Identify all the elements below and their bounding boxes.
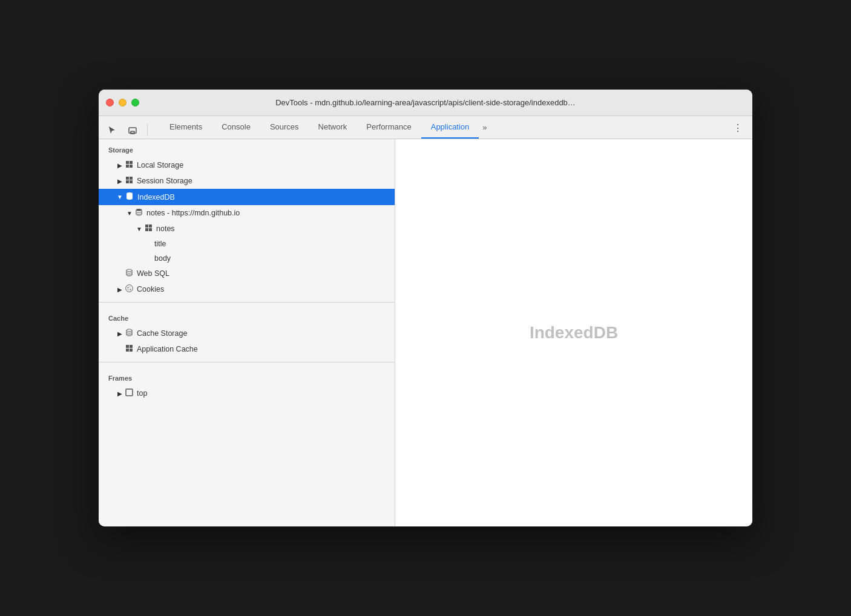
sidebar-item-frames-top[interactable]: top — [99, 385, 395, 401]
chevron-local-storage — [116, 161, 124, 169]
db-icon-notes-db — [135, 208, 143, 218]
svg-rect-28 — [126, 389, 133, 396]
frames-section-header: Frames — [99, 367, 395, 385]
minimize-button[interactable] — [119, 99, 126, 106]
tabs-container: Elements Console Sources Network Perform… — [160, 116, 491, 139]
svg-rect-15 — [149, 228, 152, 231]
web-sql-label: Web SQL — [137, 269, 390, 278]
svg-point-17 — [126, 285, 133, 292]
chevron-frames-top — [116, 389, 124, 398]
maximize-button[interactable] — [131, 99, 139, 106]
grid-icon-session-storage — [125, 176, 133, 186]
svg-rect-13 — [149, 224, 152, 228]
grid-icon-notes-store — [145, 224, 153, 234]
indexeddb-label: IndexedDB — [137, 193, 390, 202]
tab-more-button[interactable]: » — [479, 116, 490, 139]
sidebar-item-notes-db[interactable]: notes - https://mdn.github.io — [99, 205, 395, 221]
window-title: DevTools - mdn.github.io/learning-area/j… — [275, 98, 576, 107]
content-placeholder: IndexedDB — [530, 323, 618, 342]
body-index-label: body — [154, 254, 390, 263]
session-storage-label: Session Storage — [137, 177, 390, 185]
svg-rect-0 — [129, 128, 136, 133]
tab-network[interactable]: Network — [309, 116, 357, 139]
svg-point-18 — [128, 287, 129, 288]
cache-storage-label: Cache Storage — [137, 329, 390, 338]
tab-bar: Elements Console Sources Network Perform… — [99, 116, 752, 139]
separator-storage-cache — [99, 302, 395, 303]
svg-rect-27 — [130, 349, 133, 352]
db-icon-web-sql — [125, 269, 133, 278]
content-area: IndexedDB — [395, 139, 752, 526]
tab-elements[interactable]: Elements — [160, 116, 212, 139]
toolbar-icons — [104, 122, 150, 139]
svg-rect-6 — [126, 177, 129, 180]
svg-point-20 — [130, 289, 131, 290]
svg-rect-24 — [126, 345, 129, 348]
sidebar-item-app-cache[interactable]: Application Cache — [99, 341, 395, 357]
svg-rect-3 — [130, 161, 133, 164]
chevron-notes-db — [125, 209, 134, 217]
sidebar-item-body-index[interactable]: body — [99, 251, 395, 266]
svg-rect-14 — [145, 228, 148, 231]
notes-store-label: notes — [156, 224, 390, 233]
chevron-cache-storage — [116, 329, 124, 338]
svg-rect-4 — [126, 165, 129, 168]
svg-rect-8 — [126, 180, 129, 183]
kebab-menu-button[interactable]: ⋮ — [728, 117, 748, 139]
svg-point-22 — [127, 289, 128, 289]
chevron-indexeddb — [116, 193, 124, 202]
main-container: Storage Local Storage Session Storage — [99, 139, 752, 526]
svg-rect-9 — [130, 180, 133, 183]
tab-sources[interactable]: Sources — [260, 116, 309, 139]
db-icon-cache-storage — [125, 329, 133, 338]
svg-rect-2 — [126, 161, 129, 164]
tab-console[interactable]: Console — [212, 116, 260, 139]
tab-bar-divider — [147, 124, 148, 136]
svg-rect-1 — [131, 131, 134, 134]
separator-cache-frames — [99, 362, 395, 362]
cookies-icon — [125, 284, 133, 294]
chevron-cookies — [116, 285, 124, 293]
svg-rect-5 — [130, 165, 133, 168]
sidebar: Storage Local Storage Session Storage — [99, 139, 395, 526]
title-bar: DevTools - mdn.github.io/learning-area/j… — [99, 90, 752, 116]
frames-top-label: top — [137, 389, 390, 398]
sidebar-item-session-storage[interactable]: Session Storage — [99, 173, 395, 189]
storage-section-header: Storage — [99, 139, 395, 157]
sidebar-item-cache-storage[interactable]: Cache Storage — [99, 326, 395, 341]
db-icon-indexeddb — [125, 192, 134, 202]
svg-point-21 — [128, 289, 129, 290]
cookies-label: Cookies — [137, 285, 390, 293]
sidebar-item-cookies[interactable]: Cookies — [99, 281, 395, 297]
sidebar-item-indexeddb[interactable]: IndexedDB — [99, 189, 395, 205]
grid-icon-local-storage — [125, 160, 133, 170]
cache-section-header: Cache — [99, 307, 395, 326]
chevron-session-storage — [116, 177, 124, 185]
svg-rect-25 — [130, 345, 133, 348]
svg-rect-7 — [130, 177, 133, 180]
sidebar-item-notes-store[interactable]: notes — [99, 221, 395, 237]
app-cache-label: Application Cache — [137, 345, 390, 353]
sidebar-item-web-sql[interactable]: Web SQL — [99, 266, 395, 281]
svg-point-19 — [130, 286, 130, 287]
chevron-notes-store — [135, 224, 143, 233]
svg-point-23 — [126, 329, 132, 332]
title-index-label: title — [154, 240, 390, 248]
close-button[interactable] — [106, 99, 114, 106]
sidebar-item-local-storage[interactable]: Local Storage — [99, 157, 395, 173]
svg-rect-12 — [145, 224, 148, 228]
grid-icon-app-cache — [125, 344, 133, 354]
traffic-lights — [106, 99, 139, 106]
tab-application[interactable]: Application — [421, 116, 479, 139]
svg-rect-26 — [126, 349, 129, 352]
frame-icon — [125, 388, 133, 398]
responsive-icon-button[interactable] — [124, 122, 141, 139]
svg-point-16 — [126, 269, 132, 272]
tab-performance[interactable]: Performance — [356, 116, 421, 139]
devtools-window: DevTools - mdn.github.io/learning-area/j… — [99, 90, 752, 526]
cursor-icon-button[interactable] — [104, 122, 120, 139]
local-storage-label: Local Storage — [137, 161, 390, 169]
sidebar-item-title-index[interactable]: title — [99, 237, 395, 251]
notes-db-label: notes - https://mdn.github.io — [146, 209, 390, 217]
svg-point-11 — [136, 209, 142, 211]
